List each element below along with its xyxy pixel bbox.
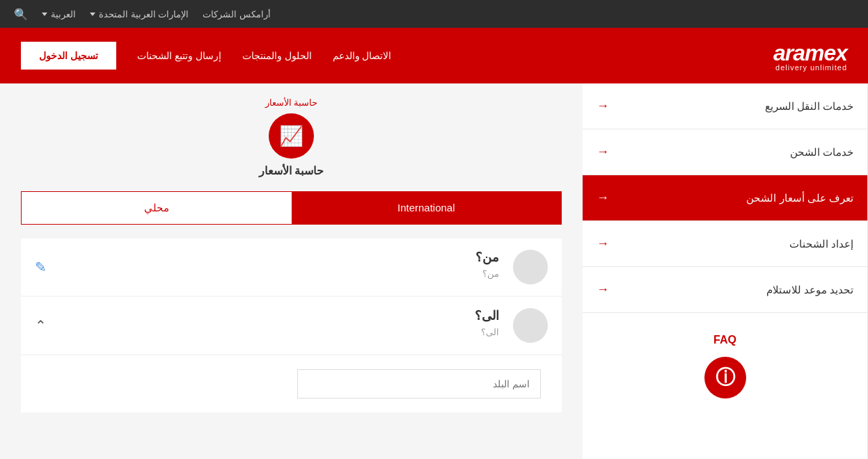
calculator-icon: 📈 xyxy=(279,124,303,147)
edit-icon: ✎ xyxy=(35,259,47,275)
tab-international[interactable]: International xyxy=(292,192,562,224)
calculator-tabs: International محلي xyxy=(21,191,562,225)
language-label: العربية xyxy=(51,9,76,19)
language-chevron-icon xyxy=(42,13,47,16)
header: aramex delivery unlimited الاتصال والدعم… xyxy=(0,28,868,83)
from-title: من؟ xyxy=(35,250,499,265)
to-avatar xyxy=(513,308,548,343)
main-content: خدمات النقل السريع → خدمات الشحن → تعرف … xyxy=(0,83,868,459)
nav-shipping[interactable]: إرسال وتتبع الشحنات xyxy=(137,50,221,61)
sidebar-arrow-pickup-icon: → xyxy=(597,282,609,297)
top-bar: أرامكس الشركات الإمارات العربية المتحدة … xyxy=(0,0,868,28)
from-text-area: من؟ من؟ xyxy=(35,250,503,280)
region-selector[interactable]: الإمارات العربية المتحدة xyxy=(90,9,189,19)
to-title: الى؟ xyxy=(35,308,499,323)
region-chevron-icon xyxy=(90,13,95,16)
faq-section: FAQ ⓘ xyxy=(583,313,867,419)
region-label: الإمارات العربية المتحدة xyxy=(99,9,189,19)
to-subtitle: الى؟ xyxy=(481,327,499,337)
search-icon[interactable]: 🔍 xyxy=(14,8,28,21)
logo-area: aramex delivery unlimited xyxy=(773,40,847,72)
company-link[interactable]: أرامكس الشركات xyxy=(203,9,271,19)
sidebar-arrow-shipping-icon: → xyxy=(597,145,609,159)
country-input[interactable] xyxy=(297,369,541,398)
sidebar-item-prepare-label: إعداد الشحنات xyxy=(789,238,853,250)
faq-icon[interactable]: ⓘ xyxy=(704,357,746,398)
calculator-header: حاسبة الأسعار 📈 حاسبة الأسعار xyxy=(21,97,562,177)
logo-sub: delivery unlimited xyxy=(773,63,847,72)
language-selector[interactable]: العربية xyxy=(42,9,76,19)
header-nav: الاتصال والدعم الحلول والمنتجات إرسال وت… xyxy=(21,42,391,70)
to-expand-action[interactable]: ⌃ xyxy=(35,317,47,334)
sidebar-item-pickup-label: تحديد موعد للاستلام xyxy=(766,284,853,296)
sidebar-item-rates-label: تعرف على أسعار الشحن xyxy=(746,192,853,204)
sidebar-arrow-express-icon: → xyxy=(597,99,609,113)
company-label: أرامكس الشركات xyxy=(203,9,271,19)
sidebar-arrow-rates-icon: → xyxy=(597,191,609,205)
sidebar-item-express-label: خدمات النقل السريع xyxy=(765,100,853,113)
chevron-up-icon: ⌃ xyxy=(35,318,47,333)
from-edit-action[interactable]: ✎ xyxy=(35,259,47,275)
sidebar-item-shipping[interactable]: خدمات الشحن → xyxy=(583,129,867,175)
faq-label: FAQ xyxy=(713,334,736,346)
sidebar-item-express[interactable]: خدمات النقل السريع → xyxy=(583,83,867,129)
login-button[interactable]: تسجيل الدخول xyxy=(21,42,116,70)
to-section: الى؟ الى؟ ⌃ xyxy=(21,297,562,354)
tab-local[interactable]: محلي xyxy=(22,192,292,224)
sidebar-item-rates[interactable]: تعرف على أسعار الشحن → xyxy=(583,175,867,221)
sidebar-item-prepare[interactable]: إعداد الشحنات → xyxy=(583,221,867,267)
sidebar-item-shipping-label: خدمات الشحن xyxy=(790,146,853,159)
country-input-section xyxy=(21,355,562,412)
sidebar-arrow-prepare-icon: → xyxy=(597,236,609,251)
sidebar: خدمات النقل السريع → خدمات الشحن → تعرف … xyxy=(583,83,868,459)
calculator-label: حاسبة الأسعار xyxy=(265,97,318,108)
from-section: من؟ من؟ ✎ xyxy=(21,239,562,296)
logo-text: aramex xyxy=(773,40,847,66)
sidebar-item-pickup[interactable]: تحديد موعد للاستلام → xyxy=(583,267,867,313)
calculator-title: حاسبة الأسعار xyxy=(259,164,324,177)
nav-support[interactable]: الاتصال والدعم xyxy=(333,50,392,61)
from-subtitle: من؟ xyxy=(482,268,499,279)
from-avatar xyxy=(513,250,548,284)
to-text-area: الى؟ الى؟ xyxy=(35,308,503,338)
calculator-icon-circle: 📈 xyxy=(269,113,314,159)
nav-solutions[interactable]: الحلول والمنتجات xyxy=(242,50,312,61)
right-content: حاسبة الأسعار 📈 حاسبة الأسعار Internatio… xyxy=(0,83,583,459)
